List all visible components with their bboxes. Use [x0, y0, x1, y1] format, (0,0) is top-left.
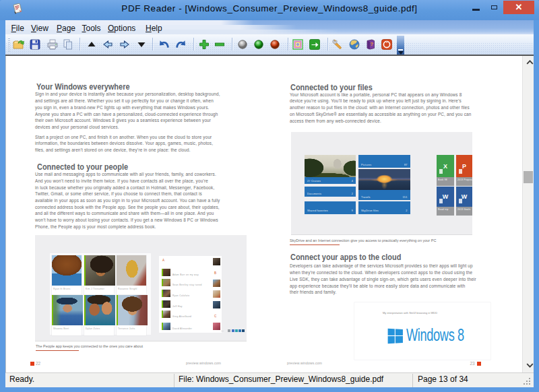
svg-text:?: ?	[370, 41, 373, 47]
